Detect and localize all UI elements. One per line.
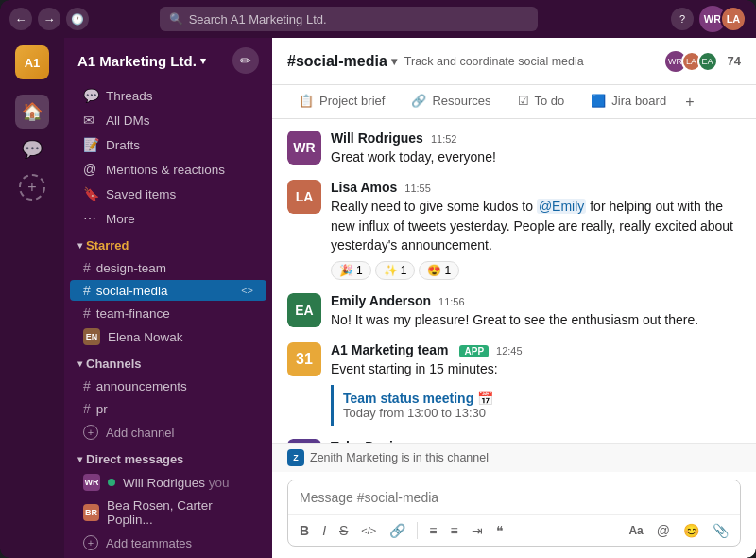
add-channel-button[interactable]: + Add channel	[70, 421, 266, 444]
format-text-button[interactable]: Aa	[625, 520, 646, 541]
message-text: Great work today, everyone!	[331, 148, 741, 166]
search-icon: 🔍	[169, 12, 183, 26]
avatar: LA	[287, 180, 321, 214]
app-avatar: 31	[287, 342, 321, 376]
dm-item-elena[interactable]: EN Elena Nowak	[70, 325, 266, 348]
reaction-item[interactable]: ✨ 1	[375, 261, 416, 280]
workspace-logo[interactable]: A1	[15, 45, 49, 79]
emoji-button[interactable]: 😊	[679, 519, 703, 542]
help-button[interactable]: ?	[671, 8, 694, 30]
sidebar: A1 Marketing Ltd. ▾ ✏ 💬 Threads ✉ All DM…	[64, 38, 272, 558]
tab-icon: 🔗	[411, 94, 426, 108]
mention[interactable]: @Emily	[537, 199, 586, 214]
reaction-item[interactable]: 😍 1	[419, 261, 459, 280]
avatar: EA	[287, 293, 321, 327]
add-icon: +	[83, 425, 98, 440]
hash-icon: #	[83, 283, 91, 298]
compose-button[interactable]: ✏	[232, 47, 259, 74]
format-list-number-button[interactable]: ≡	[446, 519, 461, 542]
dm-item-bea[interactable]: BR Bea Rosen, Carter Poplin...	[70, 496, 266, 530]
tab-resources[interactable]: 🔗 Resources	[400, 88, 502, 115]
sidebar-item-all-dms[interactable]: ✉ All DMs	[70, 109, 266, 131]
workspace-name[interactable]: A1 Marketing Ltd. ▾	[77, 53, 206, 69]
message-item: LA Lisa Amos 11:55 Really need to give s…	[287, 180, 741, 279]
dm-label: Will Rodrigues you	[123, 476, 230, 490]
message-time: 12:45	[496, 345, 523, 357]
tab-add-button[interactable]: +	[681, 90, 697, 114]
mention-button[interactable]: @	[653, 519, 674, 542]
zenith-icon: Z	[287, 449, 304, 466]
history-button[interactable]: 🕐	[66, 8, 89, 30]
tab-project-brief[interactable]: 📋 Project brief	[287, 88, 396, 115]
starred-section-header[interactable]: ▾ Starred	[64, 231, 272, 256]
add-teammates-button[interactable]: + Add teammates	[70, 532, 266, 554]
message-item: 31 A1 Marketing team APP 12:45 Event sta…	[287, 342, 741, 425]
messages-area[interactable]: WR Will Rodrigues 11:52 Great work today…	[272, 119, 756, 443]
dm-label: Elena Nowak	[108, 330, 183, 344]
message-header: Will Rodrigues 11:52	[331, 131, 741, 146]
message-body: Emily Anderson 11:56 No! It was my pleas…	[331, 293, 741, 329]
event-title[interactable]: Team status meeting 📅	[343, 391, 731, 406]
channels-section-header[interactable]: ▾ Channels	[64, 349, 272, 375]
sidebar-item-threads[interactable]: 💬 Threads	[70, 84, 266, 107]
message-header: Lisa Amos 11:55	[331, 180, 741, 195]
dms-section-header[interactable]: ▾ Direct messages	[64, 445, 272, 470]
attach-button[interactable]: 📎	[709, 519, 732, 542]
main-content: #social-media ▾ Track and coordinate soc…	[272, 38, 756, 558]
message-author[interactable]: A1 Marketing team	[331, 342, 448, 357]
dms-label: Direct messages	[86, 452, 183, 466]
channel-item-design-team[interactable]: # design-team	[70, 257, 266, 278]
format-list-bullet-button[interactable]: ≡	[425, 519, 440, 542]
back-button[interactable]: ←	[9, 8, 32, 30]
add-channel-label: Add channel	[106, 426, 174, 440]
chevron-icon: ▾	[77, 358, 82, 369]
more-icon: ⋯	[83, 211, 98, 226]
search-placeholder: Search A1 Marketing Ltd.	[189, 12, 327, 26]
channel-item-team-finance[interactable]: # team-finance	[70, 303, 266, 323]
format-bold-button[interactable]: B	[296, 519, 313, 542]
reaction-item[interactable]: 🎉 1	[331, 261, 371, 280]
rail-icon-dm[interactable]: 💬	[15, 132, 49, 166]
sidebar-item-label: Drafts	[106, 138, 253, 152]
format-code-button[interactable]: </>	[357, 521, 380, 540]
channel-tabs: 📋 Project brief 🔗 Resources ☑ To do 🟦 Ji…	[272, 85, 756, 119]
forward-button[interactable]: →	[38, 8, 60, 30]
format-link-button[interactable]: 🔗	[386, 519, 409, 542]
channel-item-pr[interactable]: # pr	[70, 398, 266, 419]
channel-item-announcements[interactable]: # announcements	[70, 375, 266, 396]
member-count[interactable]: 74	[728, 54, 741, 68]
tab-jira[interactable]: 🟦 Jira board	[579, 88, 678, 115]
channel-item-social-media[interactable]: # social-media <>	[70, 280, 266, 301]
message-author[interactable]: Emily Anderson	[331, 293, 431, 308]
sidebar-item-mentions[interactable]: @ Mentions & reactions	[70, 158, 266, 181]
message-author[interactable]: Will Rodrigues	[331, 131, 423, 146]
dm-item-will[interactable]: WR Will Rodrigues you	[70, 471, 266, 494]
sidebar-item-label: Saved items	[106, 187, 253, 201]
format-indent-button[interactable]: ⇥	[468, 519, 487, 542]
format-blockquote-button[interactable]: ❝	[492, 519, 507, 542]
rail-add-button[interactable]: +	[19, 174, 45, 201]
message-author[interactable]: Lisa Amos	[331, 180, 397, 195]
message-input[interactable]	[288, 480, 740, 514]
sidebar-item-drafts[interactable]: 📝 Drafts	[70, 133, 266, 156]
message-item: EA Emily Anderson 11:56 No! It was my pl…	[287, 293, 741, 329]
member-avatars[interactable]: WR LA EA	[665, 51, 718, 72]
tab-todo[interactable]: ☑ To do	[507, 88, 576, 115]
message-body: Will Rodrigues 11:52 Great work today, e…	[331, 131, 741, 166]
message-body: A1 Marketing team APP 12:45 Event starti…	[331, 342, 741, 425]
chevron-icon: ▾	[77, 454, 82, 464]
message-input-area: B I S </> 🔗 ≡ ≡ ⇥ ❝ Aa @ 😊	[272, 472, 756, 558]
input-toolbar: B I S </> 🔗 ≡ ≡ ⇥ ❝ Aa @ 😊	[288, 514, 740, 546]
chevron-down-icon: ▾	[391, 55, 397, 68]
search-bar[interactable]: 🔍 Search A1 Marketing Ltd.	[160, 7, 538, 31]
message-item: WR Will Rodrigues 11:52 Great work today…	[287, 131, 741, 166]
message-avatar: EA	[287, 293, 321, 327]
format-italic-button[interactable]: I	[318, 519, 330, 542]
code-icon: <>	[241, 285, 253, 296]
user-avatars: WR LA	[699, 6, 747, 32]
format-strike-button[interactable]: S	[335, 519, 352, 542]
sidebar-item-saved[interactable]: 🔖 Saved items	[70, 183, 266, 205]
channel-title[interactable]: #social-media ▾	[287, 53, 397, 70]
sidebar-item-more[interactable]: ⋯ More	[70, 207, 266, 230]
rail-icon-home[interactable]: 🏠	[15, 95, 49, 129]
